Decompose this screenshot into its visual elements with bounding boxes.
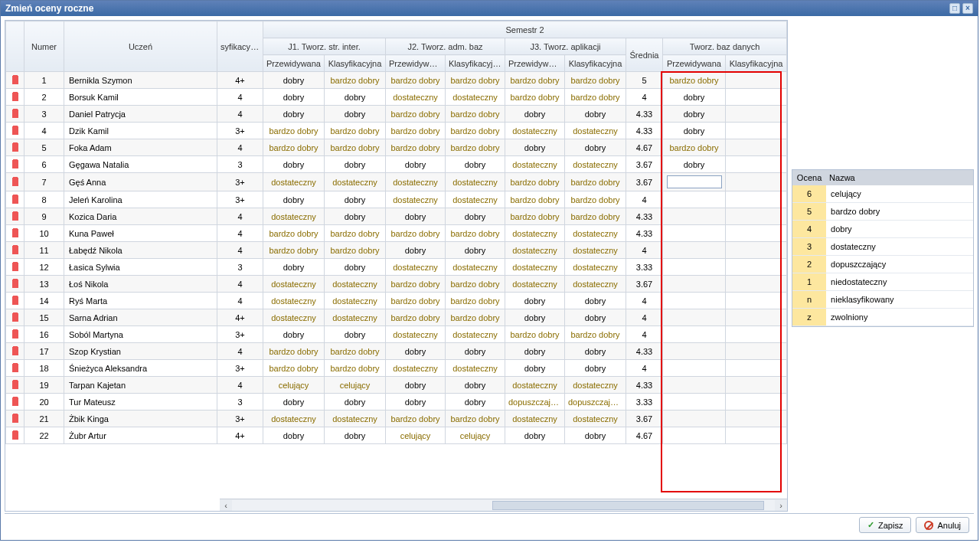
cell[interactable]: 4.33: [626, 106, 663, 123]
cell[interactable]: bardzo dobry: [325, 242, 386, 259]
cell[interactable]: 4: [626, 360, 663, 377]
cell[interactable]: bardzo dobry: [505, 208, 565, 225]
cell[interactable]: [663, 173, 726, 191]
cell[interactable]: [726, 326, 787, 343]
cell[interactable]: dostateczny: [263, 208, 325, 225]
cell[interactable]: celujący: [386, 427, 446, 444]
cell[interactable]: dobry: [263, 427, 325, 444]
cell[interactable]: dobry: [446, 208, 505, 225]
cell[interactable]: Żubr Artur: [64, 427, 217, 444]
cell[interactable]: Szop Krystian: [64, 343, 217, 360]
cell[interactable]: dostateczny: [263, 276, 325, 293]
cell[interactable]: Borsuk Kamil: [64, 89, 217, 106]
cell[interactable]: 5: [626, 72, 663, 89]
cell[interactable]: [663, 208, 726, 225]
cell[interactable]: dostateczny: [263, 173, 325, 191]
table-row[interactable]: 3Daniel Patrycja4dobrydobrybardzo dobryb…: [6, 106, 787, 123]
cell[interactable]: dobry: [446, 242, 505, 259]
cell[interactable]: dobry: [505, 106, 565, 123]
cell[interactable]: dobry: [325, 427, 386, 444]
cell[interactable]: [726, 309, 787, 326]
table-row[interactable]: 15Sarna Adrian4+dostatecznydostatecznyba…: [6, 309, 787, 326]
cell[interactable]: bardzo dobry: [263, 242, 325, 259]
cell[interactable]: bardzo dobry: [386, 72, 446, 89]
cell[interactable]: bardzo dobry: [325, 139, 386, 156]
cell[interactable]: bardzo dobry: [565, 326, 626, 343]
cell[interactable]: 8: [24, 191, 64, 208]
cell[interactable]: dostateczny: [565, 242, 626, 259]
cell[interactable]: dobry: [663, 106, 726, 123]
cell[interactable]: dostateczny: [505, 123, 565, 139]
cell[interactable]: dobry: [565, 343, 626, 360]
cell[interactable]: Tarpan Kajetan: [64, 377, 217, 394]
cell[interactable]: dostateczny: [565, 411, 626, 427]
table-row[interactable]: 7Gęś Anna3+dostatecznydostatecznydostate…: [6, 173, 787, 191]
cell[interactable]: Ryś Marta: [64, 293, 217, 309]
cell[interactable]: [663, 326, 726, 343]
cell[interactable]: [726, 242, 787, 259]
cell[interactable]: dostateczny: [565, 276, 626, 293]
cell[interactable]: 3+: [217, 360, 263, 377]
cell[interactable]: dobry: [325, 326, 386, 343]
cell[interactable]: [663, 394, 726, 411]
cell[interactable]: [726, 411, 787, 427]
cell[interactable]: dostateczny: [263, 411, 325, 427]
cell[interactable]: dostateczny: [386, 191, 446, 208]
cell[interactable]: 5: [24, 139, 64, 156]
cell[interactable]: Łasica Sylwia: [64, 259, 217, 276]
cell[interactable]: bardzo dobry: [325, 72, 386, 89]
scroll-track[interactable]: [232, 500, 775, 511]
cell[interactable]: 3: [217, 394, 263, 411]
cell[interactable]: 4: [217, 106, 263, 123]
cell[interactable]: 4+: [217, 427, 263, 444]
cell[interactable]: bardzo dobry: [386, 411, 446, 427]
cell[interactable]: [663, 360, 726, 377]
cell[interactable]: dopuszczający: [565, 394, 626, 411]
table-row[interactable]: 10Kuna Paweł4bardzo dobrybardzo dobrybar…: [6, 225, 787, 242]
cell[interactable]: 4: [217, 276, 263, 293]
cell[interactable]: 15: [24, 309, 64, 326]
table-row[interactable]: 20Tur Mateusz3dobrydobrydobrydobrydopusz…: [6, 394, 787, 411]
cell[interactable]: dostateczny: [565, 377, 626, 394]
cell[interactable]: [663, 309, 726, 326]
cell[interactable]: 4: [626, 242, 663, 259]
cell[interactable]: Bernikla Szymon: [64, 72, 217, 89]
cell[interactable]: dobry: [505, 293, 565, 309]
cell[interactable]: celujący: [446, 427, 505, 444]
cell[interactable]: dostateczny: [505, 242, 565, 259]
cell[interactable]: Kozica Daria: [64, 208, 217, 225]
cell[interactable]: [726, 106, 787, 123]
cell[interactable]: Jeleń Karolina: [64, 191, 217, 208]
table-row[interactable]: 6Gęgawa Natalia3dobrydobrydobrydobrydost…: [6, 156, 787, 173]
cell[interactable]: dobry: [565, 309, 626, 326]
cell[interactable]: 4: [217, 343, 263, 360]
grade-input[interactable]: [667, 175, 722, 188]
cell[interactable]: 4: [217, 377, 263, 394]
cell[interactable]: dostateczny: [386, 89, 446, 106]
cell[interactable]: 4.33: [626, 377, 663, 394]
cell[interactable]: dostateczny: [565, 259, 626, 276]
cell[interactable]: bardzo dobry: [505, 72, 565, 89]
cell[interactable]: dobry: [263, 89, 325, 106]
cell[interactable]: dobry: [505, 139, 565, 156]
cell[interactable]: dostateczny: [505, 259, 565, 276]
cell[interactable]: dobry: [325, 89, 386, 106]
cell[interactable]: 3.67: [626, 173, 663, 191]
cell[interactable]: [726, 394, 787, 411]
cell[interactable]: dostateczny: [446, 173, 505, 191]
cell[interactable]: dostateczny: [386, 360, 446, 377]
cell[interactable]: dobry: [565, 106, 626, 123]
cell[interactable]: celujący: [325, 377, 386, 394]
cell[interactable]: dostateczny: [325, 309, 386, 326]
cell[interactable]: dobry: [325, 106, 386, 123]
cell[interactable]: 3: [217, 156, 263, 173]
cell[interactable]: [726, 72, 787, 89]
cell[interactable]: dostateczny: [325, 173, 386, 191]
cell[interactable]: dobry: [263, 326, 325, 343]
table-row[interactable]: 19Tarpan Kajetan4celującycelującydobrydo…: [6, 377, 787, 394]
cell[interactable]: bardzo dobry: [565, 89, 626, 106]
cell[interactable]: [726, 276, 787, 293]
cell[interactable]: 4: [217, 293, 263, 309]
legend-row[interactable]: 5bardzo dobry: [792, 203, 973, 221]
cell[interactable]: Foka Adam: [64, 139, 217, 156]
